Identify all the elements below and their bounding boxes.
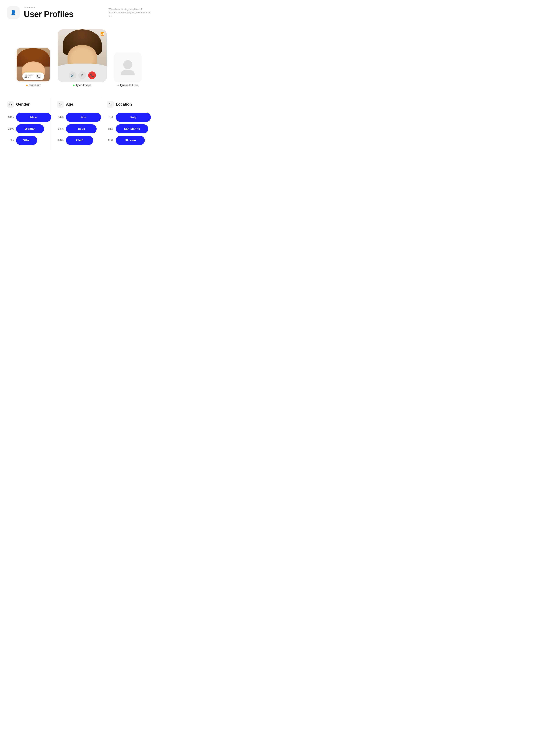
next-call-time: 02:41 <box>24 76 34 79</box>
bar-pill: Woman <box>16 124 44 134</box>
bar-pill: 18-25 <box>66 124 97 134</box>
call-controls: 🔊 🎙 📞 <box>69 71 96 79</box>
josh-status-dot <box>26 85 27 86</box>
call-signal-icon: 📶 <box>101 32 104 36</box>
app-subtitle: Aftermatch <box>24 6 104 9</box>
bar-percent: 5% <box>7 139 14 142</box>
call-section: Next call in 02:41 📞 Josh Dun 📶 🔊 🎙 📞 <box>0 22 158 92</box>
bar-pill: 25-45 <box>66 136 93 145</box>
location-title: Location <box>116 102 132 107</box>
age-title: Age <box>66 102 73 107</box>
bar-percent: 32% <box>57 127 63 130</box>
user-card-tyler: 📶 🔊 🎙 📞 Tyler Joseph <box>58 30 107 87</box>
age-bars: 54%45+32%18-2524%25-45 <box>57 113 101 145</box>
page-header: 👤 Aftermatch User Profiles We've been lo… <box>0 0 158 22</box>
hangup-button[interactable]: 📞 <box>88 71 96 79</box>
bar-row: 51%Italy <box>107 113 151 122</box>
bar-row: 32%18-25 <box>57 124 101 134</box>
stats-section: 🗂 Gender 64%Male31%Woman5%Other 🗂 Age 54… <box>0 92 158 156</box>
josh-status-row: Josh Dun <box>26 84 41 87</box>
josh-avatar-frame: Next call in 02:41 📞 <box>16 47 51 82</box>
bar-percent: 31% <box>7 127 14 130</box>
josh-name: Josh Dun <box>29 84 41 87</box>
tyler-status-dot <box>73 85 74 86</box>
header-description: We've been loosing this phase of researc… <box>109 7 151 18</box>
queue-name: Queue Is Free <box>120 84 138 87</box>
tyler-name: Tyler Joseph <box>75 84 92 87</box>
user-card-josh: Next call in 02:41 📞 Josh Dun <box>16 47 51 87</box>
queue-frame <box>114 53 142 82</box>
speaker-button[interactable]: 🔊 <box>69 71 76 79</box>
bar-pill: Male <box>16 113 51 122</box>
age-header: 🗂 Age <box>57 101 101 108</box>
queue-avatar <box>121 60 135 75</box>
bar-percent: 11% <box>107 139 113 142</box>
age-icon: 🗂 <box>57 101 64 108</box>
tyler-call-frame: 📶 🔊 🎙 📞 <box>58 30 107 82</box>
bar-row: 64%Male <box>7 113 51 122</box>
bar-row: 5%Other <box>7 136 51 145</box>
queue-status-row: Queue Is Free <box>117 84 138 87</box>
bar-percent: 24% <box>57 139 63 142</box>
bar-pill: Other <box>16 136 37 145</box>
bar-percent: 64% <box>7 116 14 119</box>
bar-pill: San-Marino <box>116 124 148 134</box>
bar-pill: Ukraine <box>116 136 145 145</box>
queue-head <box>123 60 132 69</box>
header-text-block: Aftermatch User Profiles <box>24 6 104 19</box>
bar-pill: 45+ <box>66 113 101 122</box>
bar-row: 24%25-45 <box>57 136 101 145</box>
queue-status-dot <box>117 85 119 86</box>
next-call-badge: Next call in 02:41 📞 <box>22 72 44 80</box>
gender-icon: 🗂 <box>7 101 14 108</box>
app-logo: 👤 <box>7 6 19 19</box>
bar-percent: 54% <box>57 116 63 119</box>
gender-header: 🗂 Gender <box>7 101 51 108</box>
gender-title: Gender <box>16 102 30 107</box>
location-icon: 🗂 <box>107 101 114 108</box>
age-column: 🗂 Age 54%45+32%18-2524%25-45 <box>51 97 101 151</box>
bar-percent: 38% <box>107 127 113 130</box>
bar-row: 11%Ukraine <box>107 136 151 145</box>
gender-column: 🗂 Gender 64%Male31%Woman5%Other <box>7 97 51 151</box>
gender-bars: 64%Male31%Woman5%Other <box>7 113 51 145</box>
tyler-status-row: Tyler Joseph <box>73 84 92 87</box>
user-card-queue: Queue Is Free <box>114 53 142 87</box>
mic-button[interactable]: 🎙 <box>78 71 86 79</box>
bar-pill: Italy <box>116 113 151 122</box>
location-header: 🗂 Location <box>107 101 151 108</box>
location-bars: 51%Italy38%San-Marino11%Ukraine <box>107 113 151 145</box>
bar-row: 54%45+ <box>57 113 101 122</box>
page-title: User Profiles <box>24 9 104 19</box>
queue-body <box>121 70 135 75</box>
bar-percent: 51% <box>107 116 113 119</box>
logo-icon: 👤 <box>10 10 16 15</box>
location-column: 🗂 Location 51%Italy38%San-Marino11%Ukrai… <box>101 97 151 151</box>
bar-row: 31%Woman <box>7 124 51 134</box>
next-call-label: Next call in <box>24 74 34 76</box>
call-small-btn[interactable]: 📞 <box>36 73 41 79</box>
bar-row: 38%San-Marino <box>107 124 151 134</box>
